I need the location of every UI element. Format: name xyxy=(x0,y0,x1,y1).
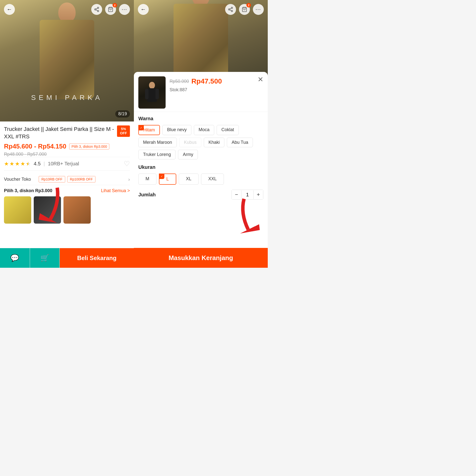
svg-point-2 xyxy=(97,10,99,12)
size-option-xl[interactable]: XL xyxy=(179,174,199,185)
svg-rect-16 xyxy=(155,89,159,99)
color-option-bluenevy[interactable]: Blue nevy xyxy=(162,125,191,135)
masukkan-keranjang-button[interactable]: Masukkan Keranjang xyxy=(169,254,233,262)
color-option-aboutua[interactable]: Abu Tua xyxy=(227,138,253,147)
color-option-merahmaroon[interactable]: Merah Maroon xyxy=(138,138,177,147)
promo-label: Pilih 3, diskon Rp3.000 xyxy=(4,188,101,193)
modal-price-section: Rp50.000 Rp47.500 Stok:887 xyxy=(170,76,254,92)
color-option-coklat[interactable]: Coklat xyxy=(217,125,239,135)
voucher-pill-1[interactable]: Rp10RB OFF xyxy=(39,176,65,182)
chat-button[interactable]: 💬 xyxy=(0,248,30,268)
buy-now-button[interactable]: Beli Sekarang xyxy=(60,248,134,268)
voucher-pills: Rp10RB OFF Rp100RB OFF xyxy=(39,176,126,182)
chat-icon: 💬 xyxy=(10,254,19,262)
color-option-kubus[interactable]: Kubus xyxy=(179,138,201,147)
modal-body: Warna Hitam Blue nevy Moca Coklat Merah … xyxy=(134,112,268,248)
price-row: Rp45.600 - Rp54.150 Pilih 3, diskon Rp3.… xyxy=(4,143,130,150)
right-share-button[interactable] xyxy=(225,4,236,15)
jumlah-label: Jumlah xyxy=(138,192,232,198)
left-header-icons: ← 2 ⋯ xyxy=(0,4,134,15)
svg-point-8 xyxy=(229,9,230,10)
ukuran-label: Ukuran xyxy=(138,164,263,170)
svg-point-13 xyxy=(149,82,155,89)
price-main: Rp45.600 - Rp54.150 xyxy=(4,143,66,150)
color-option-khaki[interactable]: Khaki xyxy=(204,138,224,147)
left-more-button[interactable]: ⋯ xyxy=(119,4,130,15)
cart-add-icon: 🛒 xyxy=(40,254,49,262)
modal-product-thumbnail xyxy=(138,76,166,109)
size-option-l[interactable]: L xyxy=(159,174,176,185)
rating-row: ★ ★ ★ ★ ★ ★ 4.5 | 10RB+ Terjual ♡ xyxy=(4,157,130,171)
product-title: Trucker Jacket || Jaket Semi Parka || Si… xyxy=(4,125,115,140)
svg-line-4 xyxy=(96,8,97,9)
product-thumbnails xyxy=(4,196,130,224)
voucher-arrow[interactable]: › xyxy=(128,177,130,182)
right-back-button[interactable]: ← xyxy=(138,4,149,15)
right-more-button[interactable]: ⋯ xyxy=(253,4,264,15)
star-rating: ★ ★ ★ ★ ★ ★ xyxy=(4,161,31,167)
size-option-xxl[interactable]: XXL xyxy=(201,174,224,185)
right-product-image: ← 2 ⋯ xyxy=(134,0,268,77)
price-discount-pill: Pilih 3, diskon Rp3.000 xyxy=(69,144,109,149)
thumbnail-2[interactable] xyxy=(34,196,61,224)
modal-sale-price: Rp47.500 xyxy=(191,77,222,85)
left-panel: SEMI PARKA 8/19 ← 2 xyxy=(0,0,134,268)
svg-point-7 xyxy=(231,7,233,8)
left-cart-button[interactable]: 2 xyxy=(105,4,116,15)
color-option-hitam[interactable]: Hitam xyxy=(138,125,160,135)
modal-sheet: Rp50.000 Rp47.500 Stok:887 ✕ Warna Hitam… xyxy=(134,72,268,268)
color-option-moca[interactable]: Moca xyxy=(194,125,214,135)
size-option-m[interactable]: M xyxy=(138,174,156,185)
right-cart-button[interactable]: 2 xyxy=(239,4,250,15)
add-to-cart-bottom-button[interactable]: 🛒 xyxy=(30,248,60,268)
original-price: Rp48.000 - Rp57.000 xyxy=(4,152,130,157)
left-cart-badge: 2 xyxy=(113,3,117,7)
color-option-trukerloreng[interactable]: Truker Loreng xyxy=(138,150,176,159)
left-header-right: 2 ⋯ xyxy=(91,4,130,15)
promo-row: Pilih 3, diskon Rp3.000 Lihat Semua > xyxy=(4,188,130,193)
quantity-plus-button[interactable]: + xyxy=(254,190,263,199)
svg-point-1 xyxy=(95,9,96,10)
discount-badge: 5% OFF xyxy=(117,125,130,137)
image-counter: 8/19 xyxy=(115,110,130,118)
jacket-body xyxy=(40,20,94,99)
size-grid: M L XL XXL xyxy=(138,174,263,185)
svg-line-10 xyxy=(230,10,231,11)
modal-thumb-inner xyxy=(138,76,166,109)
right-header-icons: ← 2 ⋯ xyxy=(134,4,268,15)
modal-stock: Stok:887 xyxy=(170,87,254,92)
sold-count: 10RB+ Terjual xyxy=(48,161,79,167)
product-image-container: SEMI PARKA 8/19 ← 2 xyxy=(0,0,134,121)
product-info: Trucker Jacket || Jaket Semi Parka || Si… xyxy=(0,121,134,248)
voucher-row: Voucher Toko Rp10RB OFF Rp100RB OFF › xyxy=(4,174,130,185)
svg-rect-15 xyxy=(145,89,149,99)
quantity-row: Jumlah − 1 + xyxy=(138,190,263,200)
thumbnail-1[interactable] xyxy=(4,196,31,224)
rating-number: 4.5 xyxy=(34,161,41,167)
left-back-button[interactable]: ← xyxy=(4,4,15,15)
quantity-value: 1 xyxy=(241,190,254,199)
color-option-army[interactable]: Army xyxy=(178,150,198,159)
svg-point-0 xyxy=(97,7,99,8)
svg-line-3 xyxy=(96,10,97,11)
product-title-row: Trucker Jacket || Jaket Semi Parka || Si… xyxy=(4,125,130,140)
svg-line-11 xyxy=(230,8,231,9)
left-share-button[interactable] xyxy=(91,4,102,15)
bottom-bar-left: 💬 🛒 Beli Sekarang xyxy=(0,248,134,268)
quantity-minus-button[interactable]: − xyxy=(232,190,241,199)
warna-label: Warna xyxy=(138,116,263,121)
lihat-semua-button[interactable]: Lihat Semua > xyxy=(101,188,130,193)
right-panel: ← 2 ⋯ xyxy=(134,0,268,268)
jacket-figure xyxy=(30,5,104,109)
modal-close-button[interactable]: ✕ xyxy=(258,75,263,84)
add-to-cart-bar[interactable]: Masukkan Keranjang xyxy=(134,248,268,268)
voucher-pill-2[interactable]: Rp100RB OFF xyxy=(67,176,96,182)
voucher-label: Voucher Toko xyxy=(4,177,39,182)
wishlist-button[interactable]: ♡ xyxy=(124,160,130,168)
quantity-controls: − 1 + xyxy=(232,190,263,200)
svg-point-9 xyxy=(231,10,233,12)
right-cart-badge: 2 xyxy=(246,3,251,7)
thumbnail-3[interactable] xyxy=(63,196,91,224)
product-image-bg xyxy=(0,0,134,121)
modal-original-price: Rp50.000 xyxy=(170,79,189,84)
